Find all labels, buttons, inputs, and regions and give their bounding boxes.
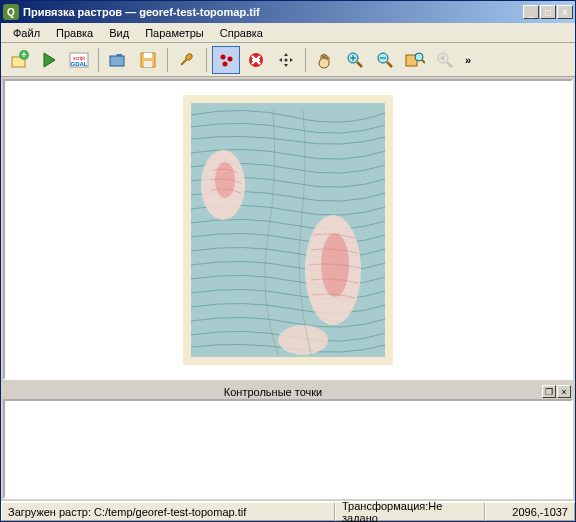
hand-icon [316, 51, 334, 69]
play-icon [40, 51, 58, 69]
gcp-panel-header: Контрольные точки ❐ × [3, 384, 573, 399]
transform-settings-button[interactable] [173, 46, 201, 74]
menu-help[interactable]: Справка [212, 24, 271, 42]
svg-point-18 [285, 58, 288, 61]
content-area: Контрольные точки ❐ × [1, 77, 575, 501]
svg-line-30 [447, 62, 452, 67]
save-icon [139, 51, 157, 69]
svg-point-12 [221, 54, 226, 59]
open-raster-button[interactable]: + [5, 46, 33, 74]
svg-line-24 [387, 62, 392, 67]
status-transform: Трансформация:Не задано [335, 502, 485, 521]
svg-line-20 [357, 62, 362, 67]
svg-rect-33 [191, 103, 385, 357]
svg-line-28 [422, 60, 425, 63]
window-title: Привязка растров — georef-test-topomap.t… [23, 6, 523, 18]
zoom-last-icon [436, 51, 454, 69]
delete-point-icon [247, 51, 265, 69]
zoom-out-button[interactable] [371, 46, 399, 74]
titlebar: Q Привязка растров — georef-test-topomap… [1, 1, 575, 23]
toolbar-overflow-button[interactable]: » [461, 54, 475, 66]
delete-point-button[interactable] [242, 46, 270, 74]
app-window: Q Привязка растров — georef-test-topomap… [0, 0, 576, 522]
toolbar-separator [206, 48, 207, 72]
pan-button[interactable] [311, 46, 339, 74]
panel-close-button[interactable]: × [557, 385, 571, 398]
move-point-button[interactable] [272, 46, 300, 74]
save-gcp-button[interactable] [134, 46, 162, 74]
move-point-icon [277, 51, 295, 69]
zoom-layer-button[interactable] [401, 46, 429, 74]
status-coords: 2096,-1037 [485, 502, 575, 521]
status-loaded-raster: Загружен растр: C:/temp/georef-test-topo… [1, 502, 335, 521]
add-point-button[interactable] [212, 46, 240, 74]
statusbar: Загружен растр: C:/temp/georef-test-topo… [1, 501, 575, 521]
zoom-last-button [431, 46, 459, 74]
app-icon: Q [3, 4, 19, 20]
svg-text:GDAL: GDAL [71, 61, 88, 67]
menu-view[interactable]: Вид [101, 24, 137, 42]
load-gcp-button[interactable] [104, 46, 132, 74]
zoom-in-button[interactable] [341, 46, 369, 74]
svg-rect-7 [110, 56, 124, 66]
menu-file[interactable]: Файл [5, 24, 48, 42]
zoom-layer-icon [405, 51, 425, 69]
wrench-icon [178, 51, 196, 69]
folder-open-icon [108, 51, 128, 69]
svg-rect-10 [144, 53, 152, 58]
toolbar-separator [167, 48, 168, 72]
zoom-out-icon [376, 51, 394, 69]
menu-edit[interactable]: Правка [48, 24, 101, 42]
gdal-script-button[interactable]: scriptGDAL [65, 46, 93, 74]
start-georef-button[interactable] [35, 46, 63, 74]
open-raster-icon: + [9, 50, 29, 70]
menubar: Файл Правка Вид Параметры Справка [1, 23, 575, 43]
toolbar-separator [305, 48, 306, 72]
toolbar-separator [98, 48, 99, 72]
minimize-button[interactable]: _ [523, 5, 539, 19]
svg-rect-11 [144, 61, 152, 67]
map-canvas[interactable] [3, 79, 573, 380]
maximize-button[interactable]: □ [540, 5, 556, 19]
add-point-icon [217, 51, 235, 69]
menu-params[interactable]: Параметры [137, 24, 212, 42]
svg-point-14 [223, 61, 228, 66]
svg-marker-3 [44, 53, 55, 67]
panel-undock-button[interactable]: ❐ [542, 385, 556, 398]
gdal-script-icon: scriptGDAL [68, 50, 90, 70]
gcp-panel-body [3, 399, 573, 499]
gcp-panel-title: Контрольные точки [5, 386, 541, 398]
raster-image [183, 95, 393, 365]
svg-point-38 [278, 325, 328, 355]
close-button[interactable]: × [557, 5, 573, 19]
svg-point-13 [228, 56, 233, 61]
toolbar: + scriptGDAL » [1, 43, 575, 77]
svg-point-27 [415, 53, 423, 61]
svg-text:+: + [21, 50, 26, 60]
zoom-in-icon [346, 51, 364, 69]
